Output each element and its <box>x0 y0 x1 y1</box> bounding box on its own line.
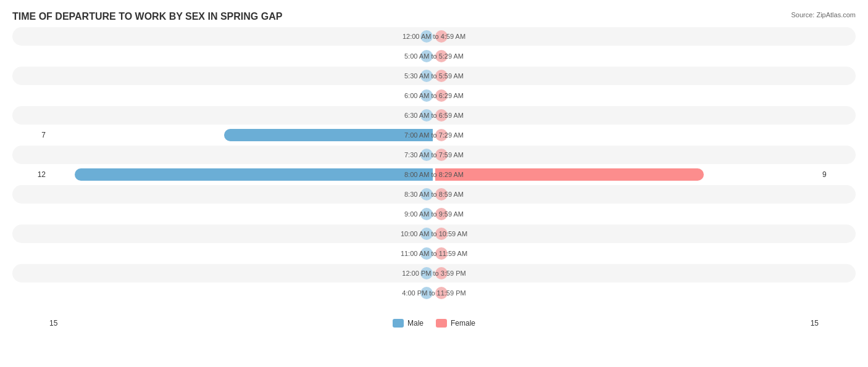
male-bar-9 <box>420 208 433 220</box>
male-bar-wrap-8 <box>49 188 434 200</box>
chart-title: TIME OF DEPARTURE TO WORK BY SEX IN SPRI… <box>12 11 856 22</box>
table-row: 5:00 AM to 5:29 AM <box>12 47 856 65</box>
female-value-7: 9 <box>819 170 856 179</box>
bar-section-8: 8:30 AM to 8:59 AM <box>49 188 819 200</box>
female-bar-wrap-13 <box>434 287 819 299</box>
male-bar-wrap-10 <box>49 228 434 240</box>
male-bar-wrap-5 <box>49 129 434 141</box>
bar-section-1: 5:00 AM to 5:29 AM <box>49 50 819 62</box>
female-bar-3 <box>435 89 448 102</box>
female-bar-9 <box>435 208 448 220</box>
male-bar-wrap-7 <box>49 168 434 181</box>
male-bar-12 <box>420 267 433 279</box>
male-bar-wrap-1 <box>49 50 434 62</box>
male-bar-wrap-0 <box>49 30 434 43</box>
female-bar-7 <box>435 168 704 181</box>
chart-container: TIME OF DEPARTURE TO WORK BY SEX IN SPRI… <box>0 0 868 367</box>
legend-female-label: Female <box>451 319 475 328</box>
male-bar-3 <box>420 89 433 102</box>
bar-section-6: 7:30 AM to 7:59 AM <box>49 149 819 161</box>
male-bar-2 <box>420 70 433 82</box>
male-value-5: 7 <box>12 131 49 139</box>
bar-section-9: 9:00 AM to 9:59 AM <box>49 208 819 220</box>
female-bar-11 <box>435 247 448 260</box>
male-bar-wrap-2 <box>49 70 434 82</box>
female-bar-wrap-9 <box>434 208 819 220</box>
table-row: 6:00 AM to 6:29 AM <box>12 86 856 105</box>
bar-section-11: 11:00 AM to 11:59 AM <box>49 247 819 260</box>
female-bar-8 <box>435 188 448 200</box>
table-row: 9:00 AM to 9:59 AM <box>12 205 856 223</box>
bar-section-2: 5:30 AM to 5:59 AM <box>49 70 819 82</box>
male-bar-6 <box>420 149 433 161</box>
table-row: 8:30 AM to 8:59 AM <box>12 185 856 204</box>
legend: Male Female <box>393 319 475 328</box>
legend-female-icon <box>436 319 447 328</box>
table-row: 12:00 PM to 3:59 PM <box>12 264 856 282</box>
bar-section-3: 6:00 AM to 6:29 AM <box>49 89 819 102</box>
female-bar-wrap-3 <box>434 89 819 102</box>
bar-section-7: 8:00 AM to 8:29 AM <box>49 168 819 181</box>
bar-section-13: 4:00 PM to 11:59 PM <box>49 287 819 299</box>
bar-section-12: 12:00 PM to 3:59 PM <box>49 267 819 279</box>
source-label: Source: ZipAtlas.com <box>791 11 856 19</box>
male-bar-wrap-4 <box>49 109 434 122</box>
female-bar-1 <box>435 50 448 62</box>
legend-male: Male <box>393 319 424 328</box>
table-row: 11:00 AM to 11:59 AM <box>12 244 856 263</box>
female-bar-wrap-0 <box>434 30 819 43</box>
table-row: 12:00 AM to 4:59 AM <box>12 27 856 46</box>
footer-left-value: 15 <box>49 319 57 328</box>
female-bar-12 <box>435 267 448 279</box>
male-bar-wrap-12 <box>49 267 434 279</box>
table-row: 6:30 AM to 6:59 AM <box>12 106 856 125</box>
table-row: 7 7:00 AM to 7:29 AM <box>12 126 856 144</box>
table-row: 7:30 AM to 7:59 AM <box>12 146 856 164</box>
female-bar-wrap-2 <box>434 70 819 82</box>
legend-female: Female <box>436 319 475 328</box>
chart-footer: 15 Male Female 15 <box>12 319 856 328</box>
male-bar-wrap-13 <box>49 287 434 299</box>
male-bar-5 <box>224 129 433 141</box>
legend-male-icon <box>393 319 404 328</box>
bar-section-5: 7:00 AM to 7:29 AM <box>49 129 819 141</box>
male-bar-wrap-6 <box>49 149 434 161</box>
female-bar-13 <box>435 287 448 299</box>
male-bar-10 <box>420 228 433 240</box>
male-bar-13 <box>420 287 433 299</box>
male-bar-wrap-9 <box>49 208 434 220</box>
male-bar-11 <box>420 247 433 260</box>
male-bar-1 <box>420 50 433 62</box>
female-bar-wrap-1 <box>434 50 819 62</box>
female-bar-wrap-8 <box>434 188 819 200</box>
female-bar-wrap-7 <box>434 168 819 181</box>
table-row: 10:00 AM to 10:59 AM <box>12 225 856 243</box>
male-bar-wrap-3 <box>49 89 434 102</box>
table-row: 5:30 AM to 5:59 AM <box>12 67 856 85</box>
bar-section-10: 10:00 AM to 10:59 AM <box>49 228 819 240</box>
female-bar-4 <box>435 109 448 122</box>
female-bar-2 <box>435 70 448 82</box>
bar-section-4: 6:30 AM to 6:59 AM <box>49 109 819 122</box>
male-bar-7 <box>75 168 433 181</box>
male-bar-0 <box>420 30 433 43</box>
footer-right-value: 15 <box>811 319 819 328</box>
chart-area: 12:00 AM to 4:59 AM 5:00 AM to 5:29 AM <box>12 27 856 315</box>
table-row: 12 8:00 AM to 8:29 AM 9 <box>12 165 856 184</box>
female-bar-wrap-11 <box>434 247 819 260</box>
legend-male-label: Male <box>407 319 424 328</box>
female-bar-6 <box>435 149 448 161</box>
female-bar-5 <box>435 129 448 141</box>
table-row: 4:00 PM to 11:59 PM <box>12 284 856 302</box>
female-bar-wrap-5 <box>434 129 819 141</box>
female-bar-wrap-6 <box>434 149 819 161</box>
female-bar-wrap-12 <box>434 267 819 279</box>
female-bar-10 <box>435 228 448 240</box>
female-bar-wrap-10 <box>434 228 819 240</box>
male-bar-wrap-11 <box>49 247 434 260</box>
female-bar-0 <box>435 30 448 43</box>
male-value-7: 12 <box>12 170 49 179</box>
male-bar-8 <box>420 188 433 200</box>
male-bar-4 <box>420 109 433 122</box>
female-bar-wrap-4 <box>434 109 819 122</box>
